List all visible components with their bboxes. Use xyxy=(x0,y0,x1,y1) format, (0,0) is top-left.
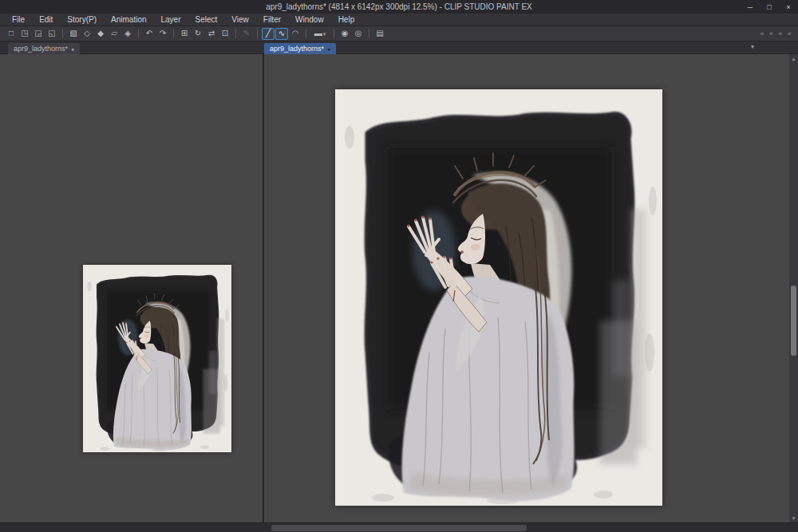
snap-grid-icon: ◠ xyxy=(292,30,299,37)
material-panel-icon: ▤ xyxy=(376,30,383,37)
brush-preview-chevron-icon: ▾ xyxy=(323,31,326,37)
new-canvas-button[interactable]: □ xyxy=(5,28,18,40)
snap-ruler-button[interactable]: ╱ xyxy=(262,28,275,40)
brush-preview-button[interactable]: ▬▾ xyxy=(310,28,330,40)
window-title: apr9_ladythorns* (4814 x 6142px 300dpi 1… xyxy=(0,2,798,11)
rect-select-button[interactable]: ▧ xyxy=(67,28,80,40)
redo-icon: ↷ xyxy=(160,30,166,37)
select-add-button[interactable]: ◆ xyxy=(94,28,107,40)
vertical-scrollbar[interactable]: ▴ ▾ xyxy=(789,54,798,522)
invert-select-button[interactable]: ◈ xyxy=(121,28,134,40)
pen-pressure-button[interactable]: ✎ xyxy=(240,28,253,40)
brush-preview-icon: ▬ xyxy=(314,30,322,37)
document-tabbar: apr9_ladythorns* ● apr9_ladythorns* ● ▾ xyxy=(0,41,798,54)
menu-layer[interactable]: Layer xyxy=(154,14,188,26)
antialias-button[interactable]: ◉ xyxy=(338,28,351,40)
lasso-select-icon: ◇ xyxy=(84,30,90,37)
vertical-scrollbar-track[interactable] xyxy=(789,63,798,514)
horizontal-scrollbar-thumb[interactable] xyxy=(271,525,527,531)
print-export-icon: ◱ xyxy=(48,30,55,37)
deselect-icon: ▱ xyxy=(111,30,117,37)
minimize-icon: ─ xyxy=(748,3,753,11)
close-icon: × xyxy=(786,3,790,11)
toolbar-collapse-arrows[interactable]: « « « « xyxy=(760,26,793,41)
canvas-pane-right[interactable] xyxy=(264,54,789,522)
menu-help[interactable]: Help xyxy=(331,14,362,26)
toolbar-separator xyxy=(138,29,139,38)
toolbar-separator xyxy=(62,29,63,38)
close-button[interactable]: × xyxy=(779,0,798,14)
document-tab-left-label: apr9_ladythorns* xyxy=(14,45,68,53)
lasso-select-button[interactable]: ◇ xyxy=(81,28,93,40)
horizontal-scrollbar[interactable] xyxy=(0,522,798,532)
tab-list-chevron-icon[interactable]: ▾ xyxy=(751,43,754,50)
undo-icon: ↶ xyxy=(146,30,152,37)
canvas-pane-left[interactable] xyxy=(0,54,263,522)
snap-ruler-icon: ╱ xyxy=(266,30,271,37)
unsaved-dot-icon: ● xyxy=(71,46,74,52)
titlebar: apr9_ladythorns* (4814 x 6142px 300dpi 1… xyxy=(0,0,798,14)
snap-special-ruler-icon: ∿ xyxy=(279,30,285,37)
menubar: FileEditStory(P)AnimationLayerSelectView… xyxy=(0,14,798,26)
maximize-icon: □ xyxy=(767,3,771,11)
menu-filter[interactable]: Filter xyxy=(256,14,288,26)
toolbar-separator xyxy=(369,29,369,38)
print-export-button[interactable]: ◱ xyxy=(45,28,58,40)
reset-view-icon: ⊡ xyxy=(222,30,228,37)
menu-select[interactable]: Select xyxy=(188,14,225,26)
deselect-button[interactable]: ▱ xyxy=(108,28,120,40)
scroll-down-button[interactable]: ▾ xyxy=(789,514,798,522)
rect-select-icon: ▧ xyxy=(69,30,77,37)
artwork-view-small[interactable] xyxy=(83,265,231,452)
select-add-icon: ◆ xyxy=(97,30,104,37)
toolbar-separator xyxy=(306,29,306,38)
antialias-icon: ◉ xyxy=(342,30,349,37)
new-canvas-icon: □ xyxy=(9,30,14,37)
move-canvas-button[interactable]: ⊞ xyxy=(178,28,191,40)
move-canvas-icon: ⊞ xyxy=(181,30,188,37)
unsaved-dot-icon: ● xyxy=(327,46,330,52)
toolbar-icons: □◳◲◱▧◇◆▱◈↶↷⊞↻⇄⊡✎╱∿◠▬▾◉◎▤ xyxy=(5,28,386,40)
reset-view-button[interactable]: ⊡ xyxy=(219,28,231,40)
open-file-icon: ◳ xyxy=(21,30,28,37)
material-panel-button[interactable]: ▤ xyxy=(373,28,386,40)
toolbar: □◳◲◱▧◇◆▱◈↶↷⊞↻⇄⊡✎╱∿◠▬▾◉◎▤ « « « « xyxy=(0,26,798,41)
menu-animation[interactable]: Animation xyxy=(104,14,153,26)
menu-view[interactable]: View xyxy=(224,14,256,26)
scroll-up-button[interactable]: ▴ xyxy=(789,54,798,63)
scroll-up-icon: ▴ xyxy=(792,56,796,62)
toolbar-separator xyxy=(257,29,258,38)
save-file-icon: ◲ xyxy=(34,30,41,37)
menu-file[interactable]: File xyxy=(5,14,32,26)
window-controls: ─ □ × xyxy=(741,0,798,14)
antialias-none-button[interactable]: ◎ xyxy=(352,28,365,40)
minimize-button[interactable]: ─ xyxy=(741,0,760,14)
vertical-scrollbar-thumb[interactable] xyxy=(791,286,796,356)
open-file-button[interactable]: ◳ xyxy=(18,28,31,40)
app-window: apr9_ladythorns* (4814 x 6142px 300dpi 1… xyxy=(0,0,798,532)
undo-button[interactable]: ↶ xyxy=(143,28,156,40)
workspace: ▴ ▾ xyxy=(0,54,798,522)
snap-grid-button[interactable]: ◠ xyxy=(289,28,302,40)
menu-story[interactable]: Story(P) xyxy=(60,14,104,26)
document-tab-right-active[interactable]: apr9_ladythorns* ● xyxy=(264,43,336,54)
flip-canvas-icon: ⇄ xyxy=(208,30,215,37)
rotate-canvas-button[interactable]: ↻ xyxy=(192,28,204,40)
maximize-button[interactable]: □ xyxy=(760,0,779,14)
flip-canvas-button[interactable]: ⇄ xyxy=(205,28,218,40)
toolbar-separator xyxy=(235,29,236,38)
document-tab-left[interactable]: apr9_ladythorns* ● xyxy=(8,43,80,54)
snap-special-ruler-button[interactable]: ∿ xyxy=(275,28,288,40)
pen-pressure-icon: ✎ xyxy=(243,30,250,37)
invert-select-icon: ◈ xyxy=(124,30,131,37)
rotate-canvas-icon: ↻ xyxy=(195,30,201,37)
antialias-none-icon: ◎ xyxy=(355,30,362,37)
save-file-button[interactable]: ◲ xyxy=(32,28,45,40)
artwork-view-large[interactable] xyxy=(335,89,662,506)
redo-button[interactable]: ↷ xyxy=(156,28,169,40)
scroll-down-icon: ▾ xyxy=(792,515,796,522)
menu-window[interactable]: Window xyxy=(288,14,331,26)
menu-edit[interactable]: Edit xyxy=(32,14,60,26)
toolbar-separator xyxy=(334,29,334,38)
toolbar-separator xyxy=(173,29,174,38)
